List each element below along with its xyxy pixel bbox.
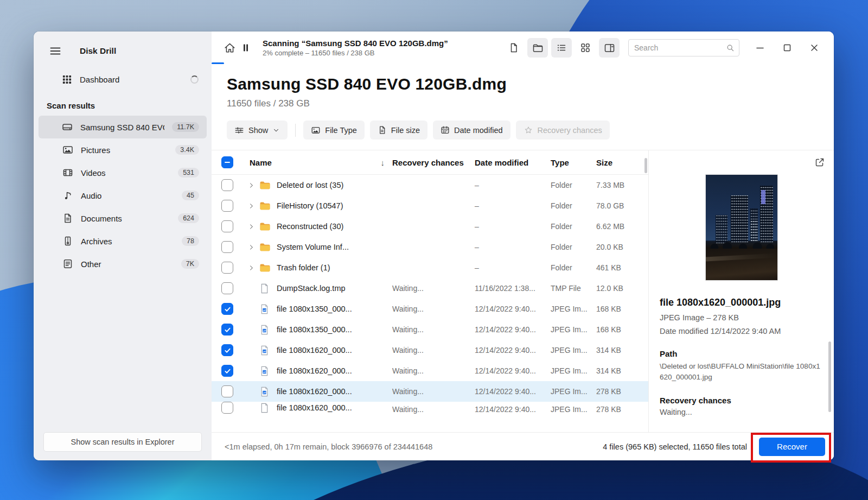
column-header-recovery[interactable]: Recovery chances: [392, 158, 475, 167]
cell-date: –: [475, 263, 551, 272]
table-rows: Deleted or lost (35) – Folder 7.33 MB Fi…: [212, 175, 648, 432]
sidebar-item-pictures[interactable]: Pictures 3.4K: [39, 138, 207, 161]
app-title: Disk Drill: [80, 46, 116, 56]
folder-view-icon[interactable]: [527, 38, 548, 58]
cell-date: 12/14/2022 9:40...: [475, 325, 551, 334]
row-checkbox[interactable]: [221, 241, 233, 253]
row-checkbox[interactable]: [221, 344, 233, 356]
cell-recovery: Waiting...: [392, 325, 475, 334]
show-filter-button[interactable]: Show: [227, 121, 288, 140]
table-row[interactable]: file 1080x1350_000... Waiting... 12/14/2…: [212, 319, 648, 340]
select-all-checkbox[interactable]: [221, 156, 233, 168]
recover-button[interactable]: Recover: [759, 438, 825, 456]
search-icon: [726, 43, 735, 52]
cell-date: 12/14/2022 9:40...: [475, 366, 551, 375]
row-checkbox[interactable]: [221, 324, 233, 336]
preview-path-value: \Deleted or lost\BUFFALO MiniStation\fil…: [660, 361, 823, 382]
chevron-right-icon[interactable]: [243, 223, 259, 230]
maximize-button[interactable]: [775, 38, 799, 58]
cell-date: 12/14/2022 9:40...: [475, 346, 551, 355]
row-checkbox[interactable]: [221, 365, 233, 377]
chevron-right-icon[interactable]: [243, 182, 259, 189]
row-checkbox[interactable]: [221, 385, 233, 397]
chevron-right-icon[interactable]: [243, 202, 259, 210]
table-row[interactable]: file 1080x1350_000... Waiting... 12/14/2…: [212, 299, 648, 319]
sort-descending-icon[interactable]: ↓: [381, 158, 385, 167]
count-badge: 531: [178, 168, 199, 178]
folder-icon: [259, 262, 271, 274]
close-button[interactable]: [802, 38, 826, 58]
home-icon[interactable]: [221, 40, 238, 56]
chevron-right-icon[interactable]: [243, 264, 259, 271]
row-checkbox[interactable]: [221, 402, 233, 414]
main-pane: Scanning “Samsung SSD 840 EVO 120GB.dmg”…: [212, 31, 834, 460]
sidebar-item-archives[interactable]: Archives 78: [39, 230, 207, 252]
drive-icon: [62, 122, 73, 133]
other-icon: [62, 258, 73, 270]
row-checkbox[interactable]: [221, 282, 233, 294]
show-in-explorer-button[interactable]: Show scan results in Explorer: [43, 432, 202, 452]
cell-type: Folder: [551, 222, 596, 231]
table-row[interactable]: Reconstructed (30) – Folder 6.62 MB: [212, 216, 648, 237]
table-row[interactable]: System Volume Inf... – Folder 20.0 KB: [212, 237, 648, 257]
minimize-button[interactable]: [748, 38, 772, 58]
sidebar-item-other[interactable]: Other 7K: [39, 252, 207, 275]
hamburger-menu-icon[interactable]: [47, 43, 63, 59]
table-row[interactable]: file 1080x1620_000... Waiting... 12/14/2…: [212, 340, 648, 360]
table-row[interactable]: Trash folder (1) – Folder 461 KB: [212, 257, 648, 278]
list-view-icon[interactable]: [551, 38, 572, 58]
sidebar-item-samsung-ssd-840-evo[interactable]: Samsung SSD 840 EVO... 11.7K: [39, 116, 207, 138]
table-header-row: Name ↓ Recovery chances Date modified Ty…: [212, 150, 648, 175]
sidebar-item-audio[interactable]: Audio 45: [39, 184, 207, 207]
table-row[interactable]: DumpStack.log.tmp Waiting... 11/16/2022 …: [212, 278, 648, 299]
table-scrollbar[interactable]: [644, 158, 647, 173]
count-badge: 3.4K: [175, 145, 199, 155]
new-session-icon[interactable]: [503, 38, 524, 58]
table-row[interactable]: file 1080x1620_000... Waiting... 12/14/2…: [212, 381, 648, 402]
file-type-filter-button[interactable]: File Type: [303, 121, 365, 140]
sidebar-item-dashboard[interactable]: Dashboard: [34, 67, 212, 91]
cell-date: 12/14/2022 9:40...: [475, 387, 551, 396]
file-size-filter-button[interactable]: File size: [370, 121, 427, 140]
cell-recovery: Waiting...: [392, 366, 475, 375]
preview-scrollbar[interactable]: [828, 341, 831, 412]
table-row[interactable]: file 1080x1620_000... Waiting... 12/14/2…: [212, 360, 648, 381]
column-header-size[interactable]: Size: [596, 158, 648, 167]
cell-size: 6.62 MB: [596, 222, 648, 231]
column-header-type[interactable]: Type: [551, 158, 596, 167]
cell-type: JPEG Im...: [551, 366, 596, 375]
preview-panel-icon[interactable]: [599, 38, 620, 58]
cell-type: JPEG Im...: [551, 346, 596, 355]
column-header-name[interactable]: Name: [250, 158, 272, 167]
filter-bar: Show File Type File size: [227, 121, 834, 150]
file-name: file 1080x1620_000...: [277, 387, 352, 396]
row-checkbox[interactable]: [221, 262, 233, 274]
table-row[interactable]: FileHistory (10547) – Folder 78.0 GB: [212, 195, 648, 216]
sidebar-item-videos[interactable]: Videos 531: [39, 161, 207, 184]
grid-view-icon[interactable]: [575, 38, 596, 58]
row-checkbox[interactable]: [221, 220, 233, 232]
preview-date-modified: Date modified 12/14/2022 9:40 AM: [660, 327, 823, 336]
count-badge: 624: [178, 213, 199, 224]
file-name: DumpStack.log.tmp: [277, 284, 346, 293]
file-name: file 1080x1350_000...: [277, 325, 352, 334]
filter-divider: [295, 124, 296, 137]
status-bar: <1m elapsed, 0h 17m remain, block 396697…: [212, 432, 834, 460]
preview-panel: file 1080x1620_000001.jpg JPEG Image – 2…: [649, 150, 834, 432]
search-box[interactable]: [628, 39, 739, 56]
sidebar-item-documents[interactable]: Documents 624: [39, 207, 207, 230]
row-checkbox[interactable]: [221, 179, 233, 191]
date-modified-filter-button[interactable]: Date modified: [433, 121, 510, 140]
chevron-right-icon[interactable]: [243, 244, 259, 251]
file-name: Reconstructed (30): [277, 222, 343, 231]
preview-image[interactable]: [705, 174, 778, 281]
file-type-filter-label: File Type: [325, 126, 357, 135]
row-checkbox[interactable]: [221, 303, 233, 315]
open-external-icon[interactable]: [814, 157, 825, 168]
column-header-date[interactable]: Date modified: [475, 158, 551, 167]
table-row[interactable]: Deleted or lost (35) – Folder 7.33 MB: [212, 175, 648, 195]
pause-icon[interactable]: [238, 40, 254, 56]
search-input[interactable]: [634, 43, 726, 52]
row-checkbox[interactable]: [221, 200, 233, 212]
table-row[interactable]: file 1080x1620_000... Waiting... 12/14/2…: [212, 402, 648, 414]
